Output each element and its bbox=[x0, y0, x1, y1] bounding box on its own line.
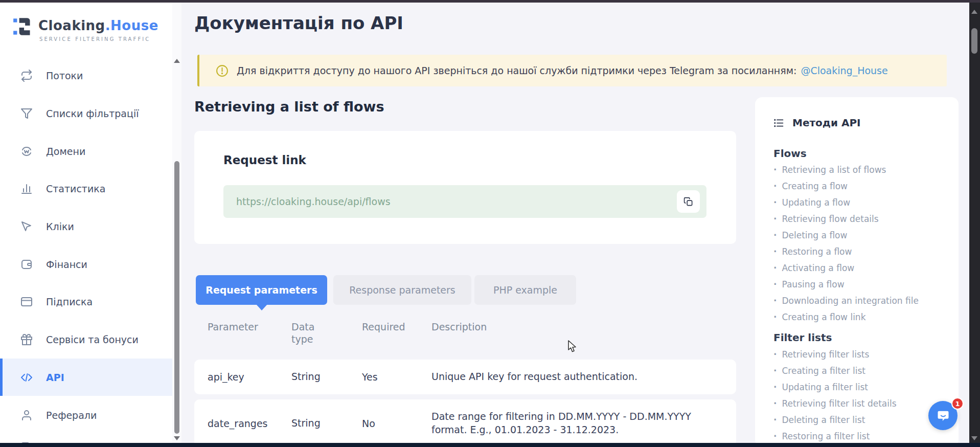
method-link[interactable]: Retrieving filter lists bbox=[773, 349, 869, 360]
code-icon bbox=[20, 371, 33, 384]
methods-section-filter-lists: Filter lists bbox=[773, 331, 832, 344]
sidebar-item-label: API bbox=[46, 372, 64, 383]
method-link[interactable]: Retrieving filter list details bbox=[773, 398, 897, 409]
method-link[interactable]: Updating a filter list bbox=[773, 382, 868, 392]
list-icon bbox=[773, 118, 784, 128]
method-link[interactable]: Activating a flow bbox=[773, 263, 854, 273]
methods-section-flows: Flows bbox=[773, 147, 807, 160]
method-link[interactable]: Deleting a flow bbox=[773, 230, 847, 240]
cell-required: Yes bbox=[362, 360, 378, 394]
cell-description: Date range for filtering in DD.MM.YYYY -… bbox=[431, 399, 718, 447]
tab-request-parameters[interactable]: Request parameters bbox=[196, 275, 327, 305]
sidebar-item-subscription[interactable]: Підписка bbox=[0, 283, 172, 320]
scroll-up-arrow-icon[interactable] bbox=[971, 10, 977, 14]
column-header-data-type: Data type bbox=[291, 321, 327, 346]
cell-parameter: date_ranges bbox=[208, 399, 268, 447]
logo[interactable]: Cloaking.House SERVICE FILTERING TRAFFIC bbox=[13, 15, 161, 46]
bar-chart-icon bbox=[20, 183, 33, 195]
cell-data-type: String bbox=[291, 360, 327, 394]
sidebar-scrollbar[interactable] bbox=[172, 3, 181, 443]
telegram-link[interactable]: @Cloaking_House bbox=[801, 65, 887, 76]
sidebar-item-label: Списки фільтрації bbox=[46, 108, 139, 119]
scroll-down-arrow-icon[interactable] bbox=[971, 436, 977, 440]
sidebar-item-api[interactable]: API bbox=[0, 359, 172, 396]
api-methods-header: Методи API bbox=[773, 117, 861, 129]
logo-brand: Cloaking bbox=[38, 18, 105, 33]
logo-brand-accent: .House bbox=[105, 18, 158, 33]
info-banner: Для відкриття доступу до нашого API звер… bbox=[197, 55, 947, 86]
sidebar-item-finance[interactable]: Фінанси bbox=[0, 245, 172, 283]
sidebar-item-flows[interactable]: Потоки bbox=[0, 57, 172, 94]
logo-tagline: SERVICE FILTERING TRAFFIC bbox=[39, 36, 150, 42]
banner-text: Для відкриття доступу до нашого API звер… bbox=[237, 65, 796, 76]
table-row: api_key String Yes Unique API key for re… bbox=[194, 360, 736, 394]
method-link[interactable]: Deleting a filter list bbox=[773, 415, 865, 425]
cell-parameter: api_key bbox=[208, 360, 244, 394]
cell-data-type: String bbox=[291, 399, 327, 447]
cell-description: Unique API key for request authenticatio… bbox=[431, 360, 718, 394]
filter-funnel-icon bbox=[20, 107, 33, 120]
sidebar-scroll-down-arrow-icon[interactable] bbox=[174, 436, 180, 440]
scrollbar-thumb[interactable] bbox=[971, 28, 977, 54]
sidebar-scrollbar-thumb[interactable] bbox=[174, 161, 179, 434]
info-alert-icon bbox=[216, 64, 229, 77]
credit-card-icon bbox=[20, 296, 33, 308]
method-link[interactable]: Pausing a flow bbox=[773, 279, 845, 289]
section-heading: Retrieving a list of flows bbox=[194, 99, 384, 115]
sidebar-item-filter-lists[interactable]: Списки фільтрації bbox=[0, 95, 172, 132]
cloaking-house-logo-icon bbox=[13, 15, 34, 38]
sidebar: Cloaking.House SERVICE FILTERING TRAFFIC… bbox=[0, 3, 172, 443]
sidebar-scroll-up-arrow-icon[interactable] bbox=[174, 59, 180, 63]
column-header-required: Required bbox=[362, 321, 405, 332]
cell-required: No bbox=[362, 399, 375, 447]
tab-response-parameters[interactable]: Response parameters bbox=[333, 275, 471, 305]
logo-text: Cloaking.House bbox=[38, 18, 158, 33]
sidebar-item-referrals[interactable]: Реферали bbox=[0, 396, 172, 434]
method-link[interactable]: Downloading an integration file bbox=[773, 296, 919, 306]
method-link[interactable]: Updating a flow bbox=[773, 197, 850, 208]
column-header-parameter: Parameter bbox=[208, 321, 258, 332]
gift-icon bbox=[20, 333, 33, 346]
copy-icon bbox=[683, 197, 693, 207]
request-link-title: Request link bbox=[223, 153, 306, 167]
method-link[interactable]: Retrieving flow details bbox=[773, 214, 879, 224]
api-methods-panel: Методи API Flows Retrieving a list of fl… bbox=[755, 97, 959, 447]
method-link[interactable]: Restoring a flow bbox=[773, 247, 852, 257]
sidebar-item-label: Потоки bbox=[46, 70, 83, 81]
column-header-description: Description bbox=[431, 321, 487, 332]
method-link[interactable]: Restoring a filter list bbox=[773, 431, 870, 441]
sidebar-item-label: Сервіси та бонуси bbox=[46, 334, 139, 345]
sidebar-item-label: Кліки bbox=[46, 221, 74, 232]
sidebar-item-statistics[interactable]: Статистика bbox=[0, 170, 172, 207]
browser-scrollbar[interactable] bbox=[969, 3, 980, 443]
method-link[interactable]: Retrieving a list of flows bbox=[773, 165, 886, 175]
table-row: date_ranges String No Date range for fil… bbox=[194, 399, 736, 447]
method-link[interactable]: Creating a flow link bbox=[773, 312, 866, 322]
mouse-pointer-icon bbox=[20, 220, 33, 233]
method-link[interactable]: Creating a filter list bbox=[773, 366, 865, 376]
user-icon bbox=[20, 409, 33, 421]
sidebar-item-clicks[interactable]: Кліки bbox=[0, 208, 172, 245]
sidebar-item-label: Реферали bbox=[46, 410, 97, 421]
sidebar-item-label: Підписка bbox=[46, 296, 93, 307]
window-bottom-edge bbox=[0, 443, 980, 447]
mouse-cursor bbox=[567, 340, 579, 353]
tab-php-example[interactable]: PHP example bbox=[474, 275, 576, 305]
globe-icon bbox=[20, 145, 33, 158]
method-link[interactable]: Creating a flow bbox=[773, 181, 848, 191]
sidebar-item-domains[interactable]: Домени bbox=[0, 132, 172, 170]
chat-notification-badge: 1 bbox=[951, 397, 964, 410]
request-link-card: Request link https://cloaking.house/api/… bbox=[194, 131, 736, 244]
api-documentation-page: Cloaking.House SERVICE FILTERING TRAFFIC… bbox=[0, 0, 980, 447]
sidebar-item-services-bonuses[interactable]: Сервіси та бонуси bbox=[0, 321, 172, 358]
sidebar-item-label: Статистика bbox=[46, 183, 105, 194]
wallet-icon bbox=[20, 258, 33, 271]
sidebar-item-label: Домени bbox=[46, 146, 85, 157]
flows-repeat-icon bbox=[20, 70, 33, 82]
api-methods-title: Методи API bbox=[792, 117, 861, 129]
page-title: Документація по API bbox=[194, 13, 403, 33]
request-url-field[interactable]: https://cloaking.house/api/flows bbox=[223, 185, 706, 218]
window-top-edge bbox=[0, 0, 980, 3]
copy-url-button[interactable] bbox=[677, 190, 700, 213]
request-url-value: https://cloaking.house/api/flows bbox=[236, 196, 391, 207]
